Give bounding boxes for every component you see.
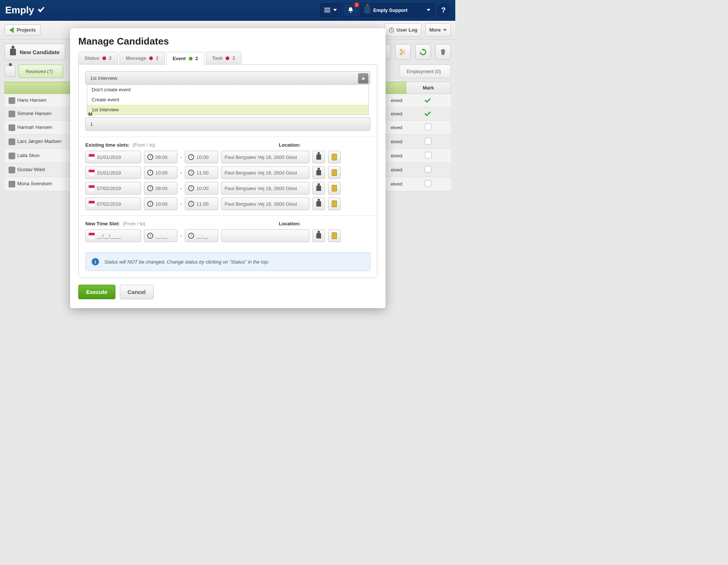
cancel-button[interactable]: Cancel <box>120 285 154 299</box>
help-button[interactable]: ? <box>437 3 450 17</box>
book-icon <box>332 169 337 176</box>
execute-button[interactable]: Execute <box>78 285 115 299</box>
clock-icon <box>188 170 194 176</box>
clock-icon <box>188 233 194 239</box>
range-separator: - <box>180 233 182 239</box>
slot-attendees-button[interactable] <box>312 166 325 179</box>
person-icon <box>317 154 321 160</box>
slot-location-input[interactable]: Paul Bergsøes Vej 16, 2600 Glost <box>221 182 309 195</box>
time-slot-row: 07/02/201909:00-10:00Paul Bergsøes Vej 1… <box>85 182 370 195</box>
slot-date-value: 31/01/2019 <box>97 170 121 176</box>
time-slot-row: 31/01/201909:00-10:00Paul Bergsøes Vej 1… <box>85 151 370 163</box>
slot-location-input[interactable]: Paul Bergsøes Vej 16, 2600 Glost <box>221 166 309 179</box>
new-from-input[interactable]: __:__ <box>144 229 177 242</box>
slot-to-input[interactable]: 10:00 <box>185 182 218 195</box>
slot-attendees-button[interactable] <box>312 151 325 163</box>
time-slot-row: 31/01/201910:00-11:00Paul Bergsøes Vej 1… <box>85 166 370 179</box>
slot-location-value: Paul Bergsøes Vej 16, 2600 Glost <box>224 170 297 176</box>
clock-icon <box>147 154 153 160</box>
new-date-placeholder: __/__/____ <box>97 233 121 239</box>
modal-title: Manage Candidates <box>78 36 377 47</box>
topbar: Emply 3 Emply Support ? <box>0 0 455 21</box>
chevron-down-icon <box>427 9 430 11</box>
existing-slots-section: Existing time slots: (From / to) Locatio… <box>79 137 377 215</box>
slot-room-button[interactable] <box>328 151 341 163</box>
event-dropdown-item[interactable]: Create event <box>87 95 368 105</box>
event-template-dropdown: Don't create eventCreate event1st Interv… <box>87 85 369 115</box>
slot-room-button[interactable] <box>328 166 341 179</box>
tab-task-label: Task <box>212 55 223 61</box>
book-icon <box>332 200 337 207</box>
slot-from-input[interactable]: 09:00 <box>144 182 177 195</box>
slot-attendees-button[interactable] <box>312 197 325 210</box>
info-text: Status will NOT be changed. Change statu… <box>104 259 269 265</box>
slot-room-button[interactable] <box>328 182 341 195</box>
new-attendees-button[interactable] <box>312 229 325 242</box>
event-dropdown-item[interactable]: 1st Interview <box>87 105 368 115</box>
slot-date-value: 31/01/2019 <box>97 154 121 160</box>
user-menu[interactable]: Emply Support <box>360 3 434 17</box>
slot-location-input[interactable]: Paul Bergsøes Vej 16, 2600 Glost <box>221 197 309 210</box>
person-icon <box>317 233 321 238</box>
event-template-select[interactable]: 1st Interview <box>85 71 370 85</box>
info-icon: i <box>92 258 99 265</box>
clock-icon <box>147 170 153 176</box>
info-banner: i Status will NOT be changed. Change sta… <box>85 252 370 271</box>
tab-task[interactable]: Task 2 <box>206 52 242 64</box>
status-dot-icon <box>102 56 106 60</box>
tab-status-label: Status <box>85 55 99 61</box>
slot-from-input[interactable]: 09:00 <box>144 151 177 163</box>
app-menu-button[interactable] <box>320 3 341 17</box>
person-icon <box>317 201 321 206</box>
calendar-icon <box>89 170 95 176</box>
new-date-input[interactable]: __/__/____ <box>85 229 141 242</box>
slot-location-value: Paul Bergsøes Vej 16, 2600 Glost <box>224 201 297 207</box>
slot-from-input[interactable]: 10:00 <box>144 197 177 210</box>
new-location-input[interactable] <box>221 229 309 242</box>
tab-event-label: Event <box>173 56 186 61</box>
new-from-placeholder: __:__ <box>155 233 168 239</box>
existing-slots-label: Existing time slots: <box>85 142 129 148</box>
slot-to-input[interactable]: 11:00 <box>185 166 218 179</box>
slot-date-input[interactable]: 07/02/2019 <box>85 197 141 210</box>
slot-to-input[interactable]: 10:00 <box>185 151 218 163</box>
status-dot-icon <box>226 56 229 60</box>
status-dot-icon <box>189 57 193 61</box>
manage-candidates-modal: Manage Candidates Status 2 Message 2 Eve… <box>70 28 386 308</box>
calendar-icon <box>89 201 95 207</box>
clock-icon <box>188 154 194 160</box>
slot-location-input[interactable]: Paul Bergsøes Vej 16, 2600 Glost <box>221 151 309 163</box>
notification-count-badge: 3 <box>354 2 359 7</box>
new-to-input[interactable]: __:__ <box>185 229 218 242</box>
slot-to-input[interactable]: 11:00 <box>185 197 218 210</box>
notifications-button[interactable]: 3 <box>343 3 358 17</box>
slot-date-input[interactable]: 07/02/2019 <box>85 182 141 195</box>
location-label: Location: <box>279 221 301 226</box>
tab-message-label: Message <box>126 55 146 61</box>
slot-to-value: 11:00 <box>196 170 209 176</box>
tab-status[interactable]: Status 2 <box>78 52 118 64</box>
event-dropdown-item[interactable]: Don't create event <box>87 85 368 95</box>
slot-from-input[interactable]: 10:00 <box>144 166 177 179</box>
modal-tabs: Status 2 Message 2 Event 2 Task 2 <box>78 52 377 64</box>
slot-attendees-button[interactable] <box>312 182 325 195</box>
slot-date-input[interactable]: 31/01/2019 <box>85 166 141 179</box>
hamburger-icon <box>324 8 330 12</box>
user-name: Emply Support <box>373 7 407 13</box>
fromto-hint: (From / to) <box>132 142 155 148</box>
slot-to-value: 11:00 <box>196 201 209 207</box>
slot-location-value: Paul Bergsøes Vej 16, 2600 Glost <box>224 186 297 191</box>
event-count-field[interactable]: 1 <box>85 117 370 131</box>
chevron-down-icon <box>333 9 337 11</box>
tab-message[interactable]: Message 2 <box>119 52 165 64</box>
person-icon <box>317 170 321 175</box>
new-room-button[interactable] <box>328 229 341 242</box>
location-label: Location: <box>279 142 301 148</box>
slot-date-input[interactable]: 31/01/2019 <box>85 151 141 163</box>
slot-room-button[interactable] <box>328 197 341 210</box>
slot-to-value: 10:00 <box>196 154 209 160</box>
tab-event[interactable]: Event 2 <box>166 52 204 65</box>
slot-date-value: 07/02/2019 <box>97 186 121 191</box>
slot-from-value: 10:00 <box>155 170 168 176</box>
tab-event-count: 2 <box>196 56 198 61</box>
